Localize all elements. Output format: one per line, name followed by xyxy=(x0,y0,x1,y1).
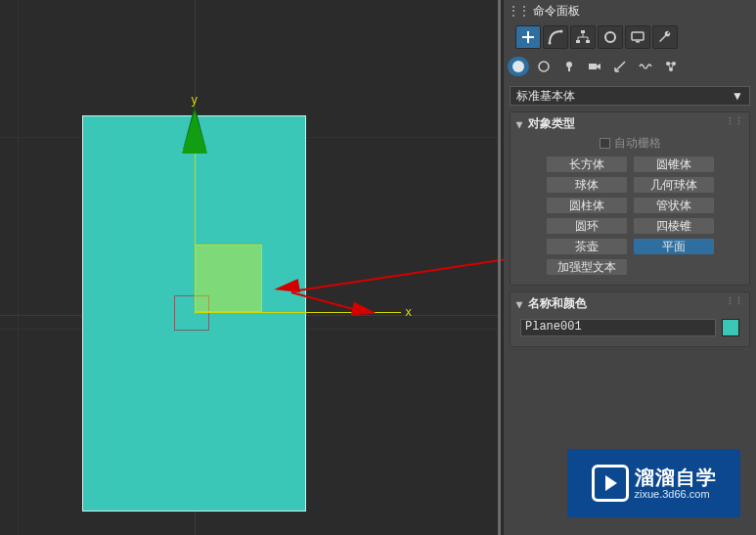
subtab-shapes[interactable] xyxy=(533,57,555,76)
svg-point-5 xyxy=(605,32,615,42)
prim-cylinder[interactable]: 圆柱体 xyxy=(546,197,628,214)
auto-grid-label: 自动栅格 xyxy=(614,135,661,152)
svg-point-9 xyxy=(539,62,549,71)
subtab-cameras[interactable] xyxy=(584,57,605,76)
prim-plane[interactable]: 平面 xyxy=(633,238,715,255)
prim-box[interactable]: 长方体 xyxy=(546,156,628,173)
tab-hierarchy[interactable] xyxy=(570,25,596,49)
watermark-sub: zixue.3d66.com xyxy=(635,488,717,500)
display-icon xyxy=(630,29,645,45)
rollout-object-type-title: 对象类型 xyxy=(528,115,575,132)
tab-display[interactable] xyxy=(625,25,650,49)
svg-rect-6 xyxy=(632,32,644,40)
tab-utilities[interactable] xyxy=(652,25,678,49)
subtab-lights[interactable] xyxy=(558,57,580,76)
viewport[interactable]: y x xyxy=(0,0,501,535)
wrench-icon xyxy=(657,29,673,45)
sub-category-row xyxy=(504,53,756,80)
svg-point-0 xyxy=(549,42,552,45)
svg-point-10 xyxy=(566,62,572,67)
dropdown-label: 标准基本体 xyxy=(516,88,575,105)
watermark-play-icon xyxy=(592,465,629,502)
color-swatch[interactable] xyxy=(722,319,739,336)
subtab-spacewarps[interactable] xyxy=(635,57,656,76)
watermark-main: 溜溜自学 xyxy=(635,467,717,488)
viewport-border xyxy=(0,0,501,535)
systems-icon xyxy=(663,59,679,74)
tab-motion[interactable] xyxy=(598,25,623,49)
object-types-grid: 自动栅格 长方体 圆锥体 球体 几何球体 圆柱体 管状体 圆环 四棱锥 茶壶 平… xyxy=(511,135,749,279)
shapes-icon xyxy=(536,59,552,74)
svg-point-1 xyxy=(560,30,563,33)
command-panel-titlebar[interactable]: ⋮⋮ 命令面板 xyxy=(504,0,756,22)
rollout-object-type-header[interactable]: ▾ 对象类型 ⋮⋮ xyxy=(511,112,749,135)
rollout-grip-icon: ⋮⋮ xyxy=(726,296,743,306)
subtab-helpers[interactable] xyxy=(609,57,631,76)
arc-icon xyxy=(548,29,563,45)
command-panel: ⋮⋮ 命令面板 xyxy=(504,0,756,535)
collapse-icon: ▾ xyxy=(516,117,522,131)
grip-icon: ⋮⋮ xyxy=(508,4,533,18)
object-name-input[interactable]: Plane001 xyxy=(520,319,716,336)
watermark: 溜溜自学 zixue.3d66.com xyxy=(567,449,740,517)
sphere-icon xyxy=(511,59,526,74)
chevron-down-icon: ▼ xyxy=(732,89,743,103)
auto-grid-row: 自动栅格 xyxy=(600,135,661,152)
main-tab-row xyxy=(504,22,756,53)
prim-textplus[interactable]: 加强型文本 xyxy=(546,258,628,276)
prim-geosphere[interactable]: 几何球体 xyxy=(633,176,715,194)
svg-rect-11 xyxy=(568,67,570,71)
rollout-name-color: ▾ 名称和颜色 ⋮⋮ Plane001 xyxy=(510,291,750,347)
primitive-category-dropdown[interactable]: 标准基本体 ▼ xyxy=(510,86,750,106)
prim-sphere[interactable]: 球体 xyxy=(546,176,628,194)
tab-create[interactable] xyxy=(515,25,541,49)
camera-icon xyxy=(587,59,602,74)
collapse-icon: ▾ xyxy=(516,297,522,311)
prim-tube[interactable]: 管状体 xyxy=(633,197,715,214)
subtab-systems[interactable] xyxy=(660,57,682,76)
rollout-grip-icon: ⋮⋮ xyxy=(726,116,743,126)
hierarchy-icon xyxy=(575,29,591,45)
rollout-object-type: ▾ 对象类型 ⋮⋮ 自动栅格 长方体 圆锥体 球体 几何球体 圆柱体 管状体 圆… xyxy=(510,111,750,286)
light-icon xyxy=(561,59,577,74)
prim-pyramid[interactable]: 四棱锥 xyxy=(633,217,715,235)
svg-rect-4 xyxy=(586,40,590,43)
plus-icon xyxy=(520,29,536,45)
helper-icon xyxy=(612,59,628,74)
wave-icon xyxy=(638,59,653,74)
rollout-name-color-title: 名称和颜色 xyxy=(528,295,587,312)
svg-rect-2 xyxy=(581,30,585,33)
svg-rect-3 xyxy=(576,40,580,43)
prim-teapot[interactable]: 茶壶 xyxy=(546,238,628,255)
svg-rect-12 xyxy=(589,64,597,69)
prim-cone[interactable]: 圆锥体 xyxy=(633,156,715,173)
prim-torus[interactable]: 圆环 xyxy=(546,217,628,235)
svg-point-8 xyxy=(512,61,524,72)
svg-rect-7 xyxy=(636,41,640,43)
subtab-geometry[interactable] xyxy=(508,57,529,76)
auto-grid-checkbox[interactable] xyxy=(600,138,610,149)
rollout-name-color-header[interactable]: ▾ 名称和颜色 ⋮⋮ xyxy=(511,292,749,315)
motion-icon xyxy=(602,29,618,45)
tab-modify[interactable] xyxy=(543,25,568,49)
panel-title: 命令面板 xyxy=(533,3,580,20)
